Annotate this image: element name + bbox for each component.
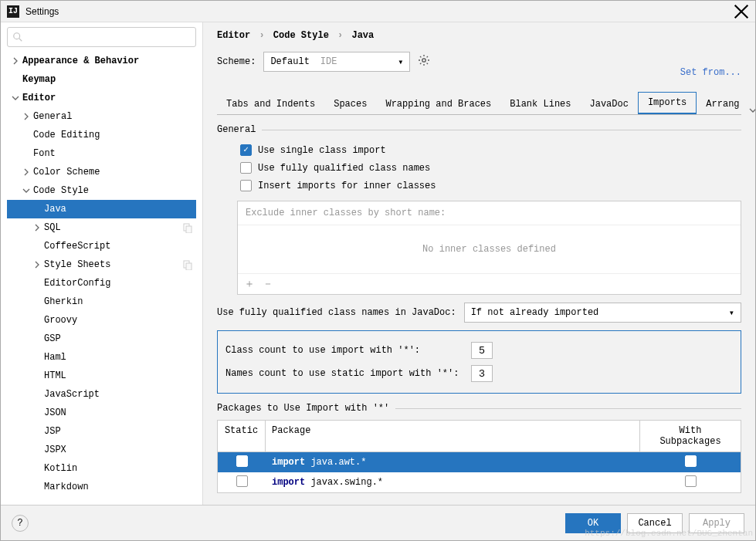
breadcrumb-item: Editor [217, 30, 250, 41]
tree-item-jspx[interactable]: JSPX [7, 441, 196, 459]
fq-select[interactable]: If not already imported ▾ [464, 303, 741, 323]
tree-spacer [32, 482, 42, 492]
chevron-right-icon[interactable] [32, 222, 42, 233]
tree-item-color-scheme[interactable]: Color Scheme [7, 163, 196, 181]
tree-item-style-sheets[interactable]: Style Sheets [7, 255, 196, 274]
subpackages-checkbox[interactable] [685, 475, 697, 487]
tab-tabs-and-indents[interactable]: Tabs and Indents [217, 94, 324, 114]
tree-item-label: JSON [44, 407, 66, 418]
checkbox[interactable] [240, 180, 252, 191]
subpackages-checkbox[interactable] [685, 455, 697, 467]
tree-item-label: EditorConfig [44, 278, 110, 289]
breadcrumb: Editor › Code Style › Java [217, 30, 741, 41]
remove-button[interactable]: － [263, 277, 273, 291]
tree-item-label: JavaScript [44, 389, 100, 400]
close-icon [734, 4, 749, 19]
tree-item-coffeescript[interactable]: CoffeeScript [7, 237, 196, 255]
chevron-down-icon[interactable] [10, 93, 21, 103]
tree-item-code-style[interactable]: Code Style [7, 181, 196, 200]
option-label: Use single class import [258, 145, 386, 156]
tab-arrang[interactable]: Arrang [697, 94, 748, 114]
tree-item-editorconfig[interactable]: EditorConfig [7, 274, 196, 292]
tree-item-java[interactable]: Java [7, 200, 196, 218]
tree-item-json[interactable]: JSON [7, 404, 196, 422]
tree-item-label: Groovy [44, 315, 77, 326]
package-row[interactable]: import javax.swing.* [218, 472, 741, 492]
tree-item-font[interactable]: Font [7, 144, 196, 163]
tree-item-sql[interactable]: SQL [7, 218, 196, 237]
tab-imports[interactable]: Imports [638, 92, 697, 114]
names-count-label: Names count to use static import with '*… [225, 368, 465, 379]
tree-spacer [32, 370, 42, 381]
tree-item-keymap[interactable]: Keymap [7, 70, 196, 89]
scheme-select[interactable]: Default IDE ▾ [263, 52, 410, 72]
svg-point-0 [14, 33, 20, 39]
add-button[interactable]: ＋ [244, 277, 255, 291]
chevron-right-icon[interactable] [21, 111, 32, 122]
tab-overflow-button[interactable] [749, 107, 755, 114]
search-box[interactable] [7, 27, 196, 47]
tree-item-label: GSP [44, 333, 61, 344]
class-count-input[interactable] [471, 342, 493, 359]
svg-point-6 [422, 59, 425, 62]
tree-item-label: Code Editing [33, 130, 100, 140]
package-row[interactable]: import java.awt.* [218, 452, 741, 472]
col-static[interactable]: Static [218, 421, 266, 451]
tree-item-general[interactable]: General [7, 107, 196, 126]
chevron-right-icon[interactable] [21, 167, 32, 178]
tree-item-haml[interactable]: Haml [7, 348, 196, 367]
chevron-right-icon[interactable] [10, 56, 21, 66]
set-from-link[interactable]: Set from... [680, 67, 741, 78]
import-count-box: Class count to use import with '*': Name… [217, 330, 741, 394]
tree-item-editor[interactable]: Editor [7, 89, 196, 107]
tab-spaces[interactable]: Spaces [324, 94, 376, 114]
packages-section-label: Packages to Use Import with '*' [217, 403, 741, 414]
tree-item-gsp[interactable]: GSP [7, 330, 196, 348]
apply-button[interactable]: Apply [689, 513, 744, 533]
option-use-single-class-import[interactable]: Use single class import [217, 141, 741, 159]
tab-wrapping-and-braces[interactable]: Wrapping and Braces [376, 94, 500, 114]
fq-label: Use fully qualified class names in JavaD… [217, 307, 456, 318]
checkbox[interactable] [240, 162, 252, 174]
checkbox[interactable] [240, 144, 252, 156]
cancel-button[interactable]: Cancel [627, 513, 683, 533]
names-count-input[interactable] [471, 365, 493, 382]
tree-item-javascript[interactable]: JavaScript [7, 385, 196, 404]
tab-blank-lines[interactable]: Blank Lines [500, 94, 580, 114]
tree-item-label: Markdown [44, 482, 89, 492]
search-input[interactable] [26, 32, 191, 42]
col-package[interactable]: Package [266, 421, 640, 451]
ok-button[interactable]: OK [565, 513, 621, 533]
sidebar: Appearance & BehaviorKeymapEditorGeneral… [1, 22, 203, 505]
close-button[interactable] [734, 4, 749, 19]
tree-item-jsp[interactable]: JSP [7, 422, 196, 441]
tree-spacer [32, 352, 42, 363]
exclude-header: Exclude inner classes by short name: [238, 201, 741, 225]
tree-item-html[interactable]: HTML [7, 367, 196, 385]
gear-button[interactable] [418, 54, 430, 69]
tree-item-code-editing[interactable]: Code Editing [7, 126, 196, 144]
col-subpackages[interactable]: With Subpackages [640, 421, 741, 451]
tree-item-kotlin[interactable]: Kotlin [7, 459, 196, 478]
tree-item-label: Gherkin [44, 296, 83, 307]
tree-item-groovy[interactable]: Groovy [7, 311, 196, 330]
static-checkbox[interactable] [236, 455, 248, 467]
copy-icon [182, 222, 193, 233]
chevron-down-icon[interactable] [21, 185, 32, 196]
option-insert-imports-for-inner-classes[interactable]: Insert imports for inner classes [217, 177, 741, 194]
breadcrumb-item: Code Style [273, 30, 329, 41]
tree-item-gherkin[interactable]: Gherkin [7, 292, 196, 311]
chevron-right-icon[interactable] [32, 259, 42, 270]
tab-javadoc[interactable]: JavaDoc [580, 94, 637, 114]
tree-item-appearance-behavior[interactable]: Appearance & Behavior [7, 52, 196, 70]
breadcrumb-sep: › [259, 30, 264, 41]
tree-item-label: Color Scheme [33, 167, 100, 178]
tree-spacer [32, 407, 42, 418]
tree-spacer [32, 296, 42, 307]
tree-item-markdown[interactable]: Markdown [7, 478, 196, 496]
tree-item-label: Appearance & Behavior [22, 56, 139, 66]
option-use-fully-qualified-class-names[interactable]: Use fully qualified class names [217, 159, 741, 177]
tree-spacer [32, 389, 42, 400]
help-button[interactable]: ? [12, 515, 29, 532]
static-checkbox[interactable] [236, 475, 248, 487]
